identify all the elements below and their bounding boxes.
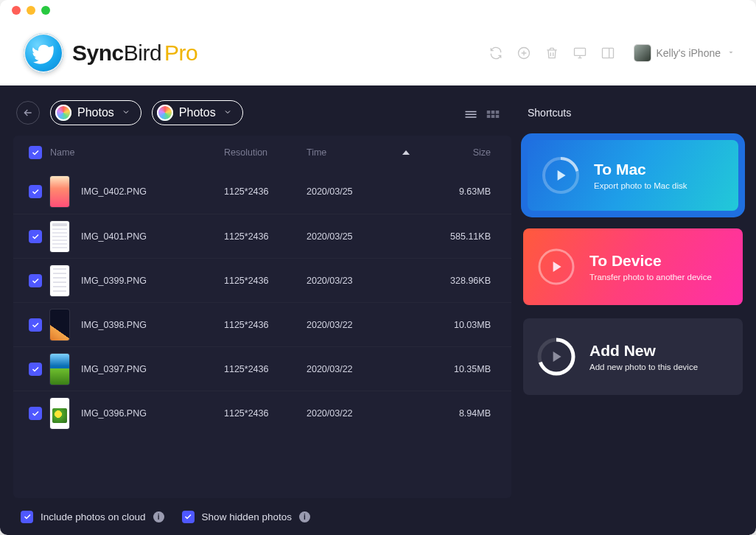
svg-rect-1 <box>574 48 585 55</box>
device-thumbnail-icon <box>634 45 651 61</box>
play-icon <box>553 352 561 362</box>
row-checkbox[interactable] <box>29 185 42 198</box>
file-resolution: 1125*2436 <box>224 320 307 330</box>
col-size[interactable]: Size <box>410 147 498 158</box>
play-icon <box>553 262 561 272</box>
show-hidden-checkbox[interactable] <box>182 511 195 523</box>
shortcut-to-device[interactable]: To Device Transfer photo to another devi… <box>523 228 743 305</box>
table-body: IMG_0402.PNG1125*24362020/03/259.63MBIMG… <box>13 169 511 498</box>
show-hidden-label: Show hidden photos <box>202 511 292 522</box>
select-all-checkbox[interactable] <box>29 146 42 159</box>
row-checkbox[interactable] <box>29 230 42 243</box>
breadcrumb-toolbar: Photos Photos Shortcuts <box>13 100 743 136</box>
chevron-down-icon <box>122 106 130 119</box>
device-selector[interactable]: Kelly's iPhone <box>634 45 736 61</box>
sort-ascending-icon <box>402 150 410 155</box>
row-checkbox[interactable] <box>29 407 42 420</box>
svg-rect-5 <box>496 111 500 114</box>
photos-app-icon <box>55 105 71 121</box>
include-cloud-checkbox[interactable] <box>21 511 33 523</box>
progress-ring-icon <box>536 247 576 287</box>
file-size: 10.03MB <box>410 320 498 330</box>
file-time: 2020/03/22 <box>307 364 410 374</box>
svg-rect-2 <box>602 48 613 57</box>
svg-rect-3 <box>487 111 491 114</box>
table-row[interactable]: IMG_0401.PNG1125*24362020/03/25585.11KB <box>13 214 511 258</box>
maximize-icon[interactable] <box>41 6 50 15</box>
file-name: IMG_0402.PNG <box>81 186 147 197</box>
info-icon[interactable]: i <box>299 511 310 522</box>
breadcrumb-photos-2[interactable]: Photos <box>152 100 243 125</box>
info-icon[interactable]: i <box>153 511 164 522</box>
add-icon[interactable] <box>517 46 531 60</box>
desktop-icon[interactable] <box>573 46 587 60</box>
file-resolution: 1125*2436 <box>224 231 307 242</box>
file-name: IMG_0397.PNG <box>81 364 147 374</box>
table-header: Name Resolution Time Size <box>13 136 511 169</box>
svg-rect-7 <box>491 115 495 119</box>
table-row[interactable]: IMG_0399.PNG1125*24362020/03/23328.96KB <box>13 258 511 302</box>
file-resolution: 1125*2436 <box>224 364 307 374</box>
device-name: Kelly's iPhone <box>657 47 721 59</box>
card-subtitle: Transfer photo to another device <box>589 273 712 282</box>
breadcrumb-label: Photos <box>77 106 114 119</box>
trash-icon[interactable] <box>545 46 559 60</box>
shortcut-to-mac[interactable]: To Mac Export photo to Mac disk <box>523 136 743 215</box>
footer-options: Include photos on cloud i Show hidden ph… <box>13 498 743 535</box>
photo-thumbnail <box>50 265 69 296</box>
back-button[interactable] <box>16 101 40 125</box>
card-title: To Mac <box>594 161 687 178</box>
photos-app-icon <box>157 105 173 121</box>
row-checkbox[interactable] <box>29 274 42 287</box>
photo-thumbnail <box>50 176 69 207</box>
table-row[interactable]: IMG_0396.PNG1125*24362020/03/228.94MB <box>13 391 511 435</box>
include-cloud-label: Include photos on cloud <box>41 511 146 522</box>
card-subtitle: Export photo to Mac disk <box>594 181 687 190</box>
file-size: 585.11KB <box>410 231 498 242</box>
file-resolution: 1125*2436 <box>224 408 307 419</box>
file-name: IMG_0399.PNG <box>81 276 147 286</box>
breadcrumb-photos-1[interactable]: Photos <box>50 100 141 125</box>
photo-thumbnail <box>50 310 69 340</box>
header-actions <box>489 46 615 60</box>
file-time: 2020/03/23 <box>307 276 410 286</box>
photo-thumbnail <box>50 221 69 252</box>
shortcuts-heading: Shortcuts <box>523 107 743 119</box>
col-resolution[interactable]: Resolution <box>224 147 307 158</box>
row-checkbox[interactable] <box>29 318 42 332</box>
progress-ring-icon <box>536 337 576 377</box>
panel-icon[interactable] <box>601 46 615 60</box>
row-checkbox[interactable] <box>29 363 42 376</box>
file-time: 2020/03/22 <box>307 408 410 419</box>
brand-text: SyncBirdPro <box>72 41 197 66</box>
col-name[interactable]: Name <box>50 147 224 158</box>
list-view-icon[interactable] <box>464 108 477 118</box>
photo-thumbnail <box>50 398 69 429</box>
view-toggle <box>464 108 500 118</box>
app-logo: SyncBirdPro <box>24 33 197 73</box>
content-area: Photos Photos Shortcuts Name Resolution <box>0 85 756 535</box>
play-icon <box>558 170 566 181</box>
card-subtitle: Add new photo to this device <box>589 363 698 371</box>
col-time[interactable]: Time <box>307 147 410 158</box>
chevron-down-icon <box>223 106 232 119</box>
grid-view-icon[interactable] <box>486 108 500 118</box>
table-row[interactable]: IMG_0398.PNG1125*24362020/03/2210.03MB <box>13 302 511 346</box>
app-window: SyncBirdPro Kelly's iPhone Photos <box>0 0 756 535</box>
table-row[interactable]: IMG_0397.PNG1125*24362020/03/2210.35MB <box>13 346 511 391</box>
file-resolution: 1125*2436 <box>224 276 307 286</box>
file-name: IMG_0401.PNG <box>81 231 147 242</box>
app-header: SyncBirdPro Kelly's iPhone <box>0 21 756 85</box>
svg-rect-4 <box>491 111 495 114</box>
file-time: 2020/03/25 <box>307 231 410 242</box>
minimize-icon[interactable] <box>27 6 35 15</box>
progress-ring-icon <box>541 155 581 195</box>
close-icon[interactable] <box>12 6 21 15</box>
file-size: 9.63MB <box>410 186 498 197</box>
breadcrumb-label: Photos <box>179 106 216 119</box>
shortcut-add-new[interactable]: Add New Add new photo to this device <box>523 318 743 395</box>
refresh-icon[interactable] <box>489 46 503 60</box>
card-title: To Device <box>589 252 712 270</box>
file-name: IMG_0398.PNG <box>81 320 147 330</box>
table-row[interactable]: IMG_0402.PNG1125*24362020/03/259.63MB <box>13 169 511 214</box>
